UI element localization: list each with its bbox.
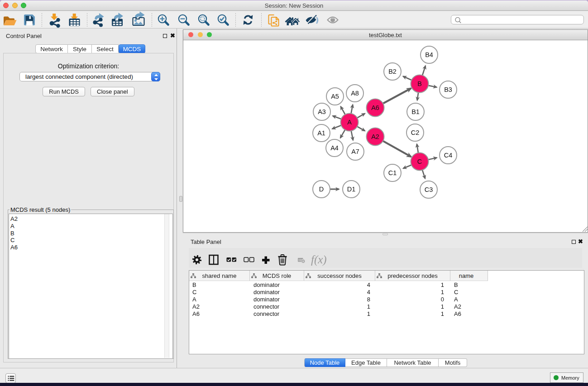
svg-text:A8: A8 [351,90,359,97]
svg-text:f(x): f(x) [311,253,327,266]
svg-text:B4: B4 [425,51,433,58]
svg-text:B1: B1 [411,108,420,115]
svg-text:A4: A4 [330,144,339,152]
svg-text:A1: A1 [317,129,325,137]
svg-text:A3: A3 [318,108,326,115]
svg-text:C2: C2 [411,129,420,136]
svg-text:A2: A2 [371,133,379,140]
svg-text:A7: A7 [351,148,359,155]
svg-text:B3: B3 [444,86,452,93]
svg-text:C: C [417,158,422,165]
svg-text:C4: C4 [444,152,453,159]
svg-text:C3: C3 [425,186,433,193]
svg-text:C1: C1 [388,169,397,176]
svg-text:D: D [319,186,324,193]
svg-text:D1: D1 [347,186,356,193]
svg-text:A: A [347,119,352,126]
svg-text:A6: A6 [371,104,379,111]
svg-text:A5: A5 [331,93,339,100]
svg-text:B: B [417,80,422,87]
svg-text:B2: B2 [388,68,397,75]
